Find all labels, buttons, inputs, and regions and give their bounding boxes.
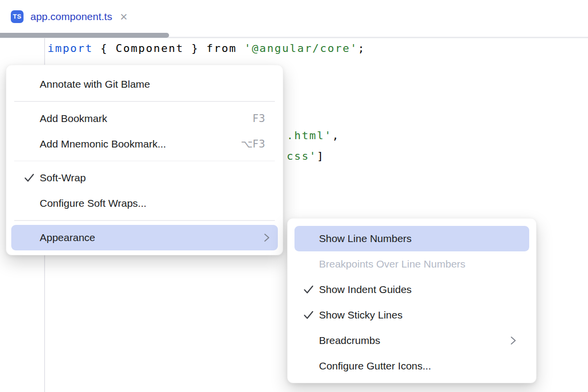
- menu-separator: [14, 220, 275, 221]
- menu-item-label: Appearance: [40, 232, 95, 244]
- code-fragment-template-url: .html',: [287, 129, 340, 142]
- tab-app-component-ts[interactable]: TS app.component.ts ×: [11, 0, 127, 33]
- code-string: '@angular/core': [245, 42, 358, 54]
- checkmark-icon: [302, 283, 315, 296]
- code-keyword: import: [48, 42, 93, 54]
- appearance-submenu: Show Line Numbers Breakpoints Over Line …: [287, 218, 537, 383]
- menu-item-show-line-numbers[interactable]: Show Line Numbers: [294, 226, 529, 251]
- checkmark-icon: [23, 172, 36, 184]
- menu-separator: [14, 101, 275, 102]
- menu-item-show-sticky-lines[interactable]: Show Sticky Lines: [294, 302, 529, 328]
- code-text: ;: [358, 42, 365, 54]
- close-icon[interactable]: ×: [120, 10, 127, 23]
- menu-item-breadcrumbs[interactable]: Breadcrumbs: [294, 328, 529, 353]
- menu-item-breakpoints-over-line-numbers: Breakpoints Over Line Numbers: [294, 251, 529, 277]
- menu-item-soft-wrap[interactable]: Soft-Wrap: [11, 165, 278, 191]
- menu-item-label: Soft-Wrap: [40, 172, 86, 184]
- menu-separator: [14, 161, 275, 162]
- menu-item-label: Annotate with Git Blame: [40, 78, 150, 90]
- shortcut-label: ⌥F3: [241, 138, 265, 150]
- menu-item-label: Show Line Numbers: [319, 233, 412, 245]
- code-string: css': [287, 150, 317, 162]
- menu-item-label: Add Mnemonic Bookmark...: [40, 138, 166, 150]
- menu-item-configure-gutter-icons[interactable]: Configure Gutter Icons...: [294, 353, 529, 379]
- code-text: ,: [332, 129, 340, 142]
- chevron-right-icon: [263, 232, 270, 243]
- editor-tab-bar: TS app.component.ts ×: [0, 0, 588, 33]
- editor-context-menu: Annotate with Git Blame Add Bookmark F3 …: [6, 65, 283, 255]
- menu-item-add-mnemonic-bookmark[interactable]: Add Mnemonic Bookmark... ⌥F3: [11, 131, 278, 157]
- tab-label: app.component.ts: [30, 11, 112, 23]
- code-fragment-style-urls: css']: [287, 150, 324, 162]
- menu-item-appearance[interactable]: Appearance: [11, 225, 278, 250]
- code-string: .html': [287, 129, 332, 142]
- ide-editor-screen: TS app.component.ts × import { Component…: [0, 0, 588, 392]
- menu-item-label: Add Bookmark: [40, 113, 107, 124]
- shortcut-label: F3: [253, 113, 265, 124]
- menu-item-label: Show Sticky Lines: [319, 309, 402, 321]
- typescript-file-icon: TS: [11, 10, 24, 23]
- chevron-right-icon: [510, 335, 516, 346]
- menu-item-add-bookmark[interactable]: Add Bookmark F3: [11, 106, 278, 131]
- menu-item-label: Configure Soft Wraps...: [40, 197, 147, 209]
- code-line-import: import { Component } from '@angular/core…: [48, 42, 366, 54]
- menu-item-annotate-with-git-blame[interactable]: Annotate with Git Blame: [11, 72, 278, 97]
- menu-item-label: Show Indent Guides: [319, 284, 412, 295]
- code-text: { Component } from: [93, 42, 245, 54]
- code-text: ]: [317, 150, 324, 162]
- menu-item-label: Configure Gutter Icons...: [319, 360, 431, 372]
- menu-item-label: Breakpoints Over Line Numbers: [319, 258, 466, 270]
- menu-item-label: Breadcrumbs: [319, 335, 380, 346]
- tab-scrollbar-thumb[interactable]: [0, 33, 169, 38]
- menu-item-show-indent-guides[interactable]: Show Indent Guides: [294, 277, 529, 302]
- menu-item-configure-soft-wraps[interactable]: Configure Soft Wraps...: [11, 191, 278, 216]
- checkmark-icon: [302, 309, 315, 321]
